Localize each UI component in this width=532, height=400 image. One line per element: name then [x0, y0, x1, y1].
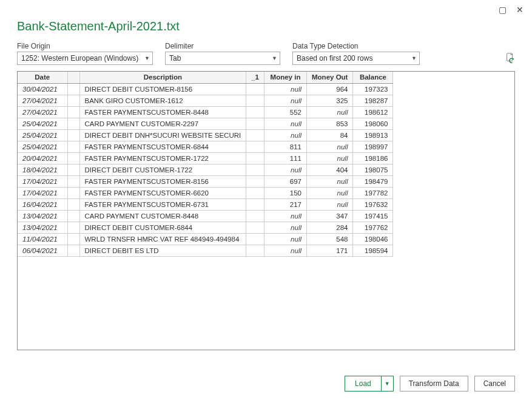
- cell: null: [264, 222, 307, 233]
- preview-table: Date Description _1 Money in Money Out B…: [17, 71, 515, 350]
- cell: 84: [307, 129, 353, 141]
- cell: 17/04/2021: [18, 187, 67, 198]
- cell-blank: [67, 141, 79, 152]
- close-icon[interactable]: ✕: [516, 5, 524, 15]
- cell: 198287: [353, 95, 393, 106]
- cell: 325: [307, 95, 353, 106]
- delimiter-value: Tab: [169, 54, 181, 63]
- cell: DIRECT DEBIT CUSTOMER-8156: [79, 83, 246, 95]
- table-row: 13/04/2021CARD PAYMENT CUSTOMER-8448null…: [18, 210, 393, 222]
- cell: null: [264, 164, 307, 175]
- file-origin-dropdown[interactable]: 1252: Western European (Windows) ▼: [17, 52, 153, 65]
- cell: 198913: [353, 129, 393, 141]
- cell: null: [307, 187, 353, 198]
- table-row: 27/04/2021FASTER PAYMENTSCUSTOMER-844855…: [18, 106, 393, 118]
- cell: 17/04/2021: [18, 175, 67, 187]
- cell: null: [264, 83, 307, 95]
- table-row: 25/04/2021CARD PAYMENT CUSTOMER-2297null…: [18, 118, 393, 129]
- cell: 27/04/2021: [18, 106, 67, 118]
- cell: 25/04/2021: [18, 141, 67, 152]
- cell: 198612: [353, 106, 393, 118]
- cell-u1: [246, 175, 264, 187]
- cell-u1: [246, 164, 264, 175]
- cell-blank: [67, 106, 79, 118]
- table-row: 25/04/2021FASTER PAYMENTSCUSTOMER-684481…: [18, 141, 393, 152]
- cell-u1: [246, 210, 264, 222]
- cell: 25/04/2021: [18, 118, 67, 129]
- load-button[interactable]: Load: [345, 376, 381, 392]
- cell: 25/04/2021: [18, 129, 67, 141]
- detection-value: Based on first 200 rows: [297, 54, 372, 63]
- cell: FASTER PAYMENTSCUSTOMER-6620: [79, 187, 246, 198]
- table-row: 25/04/2021DIRECT DEBIT DNH*SUCURI WEBSIT…: [18, 129, 393, 141]
- header-date: Date: [18, 72, 67, 83]
- cell: 198186: [353, 152, 393, 164]
- cell: 853: [307, 118, 353, 129]
- cell: null: [307, 175, 353, 187]
- cell: WRLD TRNSFR HMRC VAT REF 484949-494984: [79, 233, 246, 245]
- cell: FASTER PAYMENTSCUSTOMER-1722: [79, 152, 246, 164]
- table-row: 20/04/2021FASTER PAYMENTSCUSTOMER-172211…: [18, 152, 393, 164]
- cell: 198479: [353, 175, 393, 187]
- cell: 111: [264, 152, 307, 164]
- cell: 404: [307, 164, 353, 175]
- cell-u1: [246, 245, 264, 256]
- header-money-in: Money in: [264, 72, 307, 83]
- cell: CARD PAYMENT CUSTOMER-8448: [79, 210, 246, 222]
- transform-data-button[interactable]: Transform Data: [400, 376, 468, 392]
- cell: 198060: [353, 118, 393, 129]
- load-split-button[interactable]: Load ▼: [345, 376, 394, 392]
- refresh-icon[interactable]: [505, 53, 515, 65]
- cell: 197782: [353, 187, 393, 198]
- maximize-icon[interactable]: ▢: [499, 5, 507, 15]
- load-dropdown-button[interactable]: ▼: [381, 376, 394, 392]
- cell: 697: [264, 175, 307, 187]
- cell: 198997: [353, 141, 393, 152]
- cell-blank: [67, 95, 79, 106]
- cell: BANK GIRO CUSTOMER-1612: [79, 95, 246, 106]
- cell: 347: [307, 210, 353, 222]
- cell: null: [307, 106, 353, 118]
- cell-blank: [67, 83, 79, 95]
- cell: 18/04/2021: [18, 164, 67, 175]
- cell: null: [307, 152, 353, 164]
- cell: 552: [264, 106, 307, 118]
- cell-u1: [246, 129, 264, 141]
- cell: 197632: [353, 198, 393, 210]
- cell: null: [264, 210, 307, 222]
- cell-blank: [67, 187, 79, 198]
- cell: 13/04/2021: [18, 210, 67, 222]
- cell-u1: [246, 106, 264, 118]
- cell-blank: [67, 245, 79, 256]
- table-row: 30/04/2021DIRECT DEBIT CUSTOMER-8156null…: [18, 83, 393, 95]
- cell-blank: [67, 175, 79, 187]
- chevron-down-icon: ▼: [144, 55, 150, 61]
- table-header-row: Date Description _1 Money in Money Out B…: [18, 72, 393, 83]
- cell: null: [264, 129, 307, 141]
- cancel-button[interactable]: Cancel: [474, 376, 515, 392]
- cell: FASTER PAYMENTSCUSTOMER-6844: [79, 141, 246, 152]
- cell: 217: [264, 198, 307, 210]
- cell: 13/04/2021: [18, 222, 67, 233]
- detection-dropdown[interactable]: Based on first 200 rows ▼: [292, 52, 420, 65]
- cell: DIRECT DEBIT CUSTOMER-1722: [79, 164, 246, 175]
- page-title: Bank-Statement-April-2021.txt: [17, 19, 515, 33]
- cell: null: [264, 233, 307, 245]
- cell: FASTER PAYMENTSCUSTOMER-6731: [79, 198, 246, 210]
- table-row: 13/04/2021DIRECT DEBIT CUSTOMER-6844null…: [18, 222, 393, 233]
- cell: 964: [307, 83, 353, 95]
- cell: null: [264, 245, 307, 256]
- cell: FASTER PAYMENTSCUSTOMER-8448: [79, 106, 246, 118]
- cell: 150: [264, 187, 307, 198]
- delimiter-dropdown[interactable]: Tab ▼: [165, 52, 280, 65]
- cell: 197762: [353, 222, 393, 233]
- table-row: 17/04/2021FASTER PAYMENTSCUSTOMER-815669…: [18, 175, 393, 187]
- detection-label: Data Type Detection: [292, 42, 420, 50]
- cell-u1: [246, 233, 264, 245]
- cell: 548: [307, 233, 353, 245]
- cell-u1: [246, 187, 264, 198]
- cell: 27/04/2021: [18, 95, 67, 106]
- cell-blank: [67, 152, 79, 164]
- cell-u1: [246, 152, 264, 164]
- cell: 171: [307, 245, 353, 256]
